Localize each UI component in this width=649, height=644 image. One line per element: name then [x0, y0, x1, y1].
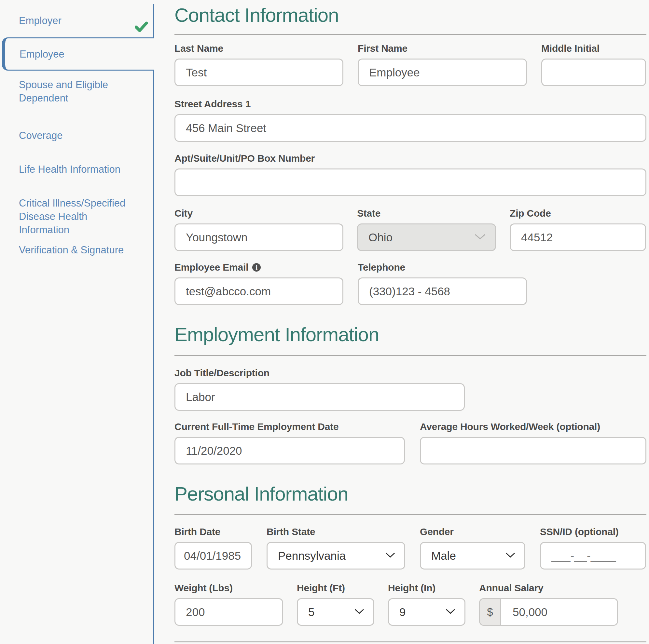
height-ft-group: Height (Ft) 5	[297, 582, 374, 626]
email-group: Employee Email i	[174, 261, 343, 305]
chevron-down-icon	[354, 608, 364, 615]
contact-section-title: Contact Information	[174, 4, 646, 27]
birth-state-select[interactable]: Pennsylvania	[267, 542, 405, 569]
middle-initial-label: Middle Initial	[541, 42, 646, 55]
telephone-label: Telephone	[358, 261, 527, 274]
annual-salary-field: $	[479, 598, 618, 626]
avg-hours-label: Average Hours Worked/Week (optional)	[420, 421, 646, 433]
weight-input[interactable]	[174, 598, 283, 626]
birth-row: Birth Date Birth State Pennsylvania Gend…	[174, 525, 646, 569]
apt-suite-label: Apt/Suite/Unit/PO Box Number	[174, 152, 646, 165]
first-name-input[interactable]	[358, 58, 527, 86]
street-address-label: Street Address 1	[174, 98, 646, 110]
ssn-input[interactable]	[540, 542, 646, 569]
state-select: Ohio	[357, 223, 496, 251]
weight-group: Weight (Lbs)	[174, 582, 283, 626]
annual-salary-label: Annual Salary	[479, 582, 618, 594]
sidebar-item-label: Life Health Information	[19, 164, 120, 175]
state-group: State Ohio	[357, 207, 496, 251]
city-input[interactable]	[174, 223, 343, 251]
apt-suite-input[interactable]	[174, 169, 646, 196]
sidebar-divider-bottom	[153, 71, 154, 644]
zip-input[interactable]	[510, 223, 646, 251]
sidebar-item-employer[interactable]: Employer	[0, 8, 154, 34]
annual-salary-input[interactable]	[501, 599, 617, 625]
street-address-group: Street Address 1	[174, 98, 646, 142]
employment-date-row: Current Full-Time Employment Date Averag…	[174, 421, 646, 464]
email-phone-row: Employee Email i Telephone	[174, 261, 646, 305]
chevron-down-icon	[474, 234, 486, 241]
city-label: City	[174, 207, 343, 220]
birth-date-group: Birth Date	[174, 525, 252, 569]
chevron-down-icon	[506, 552, 515, 559]
job-title-input[interactable]	[174, 383, 465, 411]
section-divider	[174, 34, 646, 35]
job-title-label: Job Title/Description	[174, 367, 465, 379]
last-name-input[interactable]	[174, 58, 343, 86]
sidebar-item-label: Employee	[19, 47, 64, 61]
sidebar-item-label: Verification & Signature	[19, 244, 124, 256]
sidebar-item-verification-signature[interactable]: Verification & Signature	[0, 243, 154, 257]
gender-group: Gender Male	[420, 525, 525, 569]
ssn-group: SSN/ID (optional)	[540, 525, 646, 569]
job-title-group: Job Title/Description	[174, 367, 465, 411]
sidebar-item-label: Spouse and Eligible Dependent	[19, 79, 108, 104]
weight-label: Weight (Lbs)	[174, 582, 283, 594]
state-label: State	[357, 207, 496, 220]
first-name-group: First Name	[358, 42, 527, 86]
zip-group: Zip Code	[510, 207, 646, 251]
ssn-label: SSN/ID (optional)	[540, 525, 646, 538]
weight-height-salary-row: Weight (Lbs) Height (Ft) 5 Height (In) 9	[174, 582, 646, 626]
city-group: City	[174, 207, 343, 251]
bottom-divider	[174, 641, 646, 642]
employment-date-input[interactable]	[174, 437, 405, 464]
gender-select[interactable]: Male	[420, 542, 525, 569]
height-in-select[interactable]: 9	[388, 598, 466, 626]
chevron-down-icon	[385, 552, 395, 559]
email-input[interactable]	[174, 277, 343, 305]
stepper-sidebar: Employer Employee Spouse and Eligible De…	[0, 0, 154, 644]
email-label: Employee Email	[174, 261, 248, 274]
birth-date-input[interactable]	[174, 542, 252, 569]
state-select-value: Ohio	[358, 231, 393, 244]
height-ft-select-value: 5	[298, 606, 314, 618]
birth-date-label: Birth Date	[174, 525, 252, 538]
middle-initial-group: Middle Initial	[541, 42, 646, 86]
apt-suite-group: Apt/Suite/Unit/PO Box Number	[174, 152, 646, 196]
name-row: Last Name First Name Middle Initial	[174, 42, 646, 86]
sidebar-item-label: Coverage	[19, 130, 62, 141]
employment-date-group: Current Full-Time Employment Date	[174, 421, 405, 464]
middle-initial-input[interactable]	[541, 58, 646, 86]
last-name-group: Last Name	[174, 42, 343, 86]
employment-date-label: Current Full-Time Employment Date	[174, 421, 405, 433]
height-in-group: Height (In) 9	[388, 582, 466, 626]
height-in-label: Height (In)	[388, 582, 466, 594]
annual-salary-group: Annual Salary $	[479, 582, 618, 626]
first-name-label: First Name	[358, 42, 527, 55]
avg-hours-group: Average Hours Worked/Week (optional)	[420, 421, 646, 464]
height-ft-label: Height (Ft)	[297, 582, 374, 594]
info-icon[interactable]: i	[252, 263, 261, 272]
gender-label: Gender	[420, 525, 525, 538]
dollar-prefix: $	[480, 599, 501, 625]
sidebar-item-coverage[interactable]: Coverage	[0, 129, 154, 142]
telephone-group: Telephone	[358, 261, 527, 305]
personal-section-title: Personal Information	[174, 483, 646, 505]
sidebar-item-label: Critical Illness/Specified Disease Healt…	[19, 197, 125, 235]
city-state-zip-row: City State Ohio Zip Code	[174, 207, 646, 251]
telephone-input[interactable]	[358, 277, 527, 305]
chevron-down-icon	[445, 608, 456, 615]
employment-section-title: Employment Information	[174, 323, 646, 346]
sidebar-item-label: Employer	[19, 15, 61, 26]
sidebar-item-life-health[interactable]: Life Health Information	[0, 163, 154, 176]
height-ft-select[interactable]: 5	[297, 598, 374, 626]
birth-state-group: Birth State Pennsylvania	[267, 525, 405, 569]
street-address-input[interactable]	[174, 114, 646, 142]
sidebar-item-spouse-dependent[interactable]: Spouse and Eligible Dependent	[0, 78, 154, 105]
avg-hours-input[interactable]	[420, 437, 646, 464]
sidebar-item-employee-active[interactable]: Employee	[2, 37, 154, 71]
gender-select-value: Male	[421, 549, 456, 562]
sidebar-item-critical-illness[interactable]: Critical Illness/Specified Disease Healt…	[0, 196, 154, 236]
section-divider	[174, 355, 646, 356]
section-divider	[174, 514, 646, 515]
